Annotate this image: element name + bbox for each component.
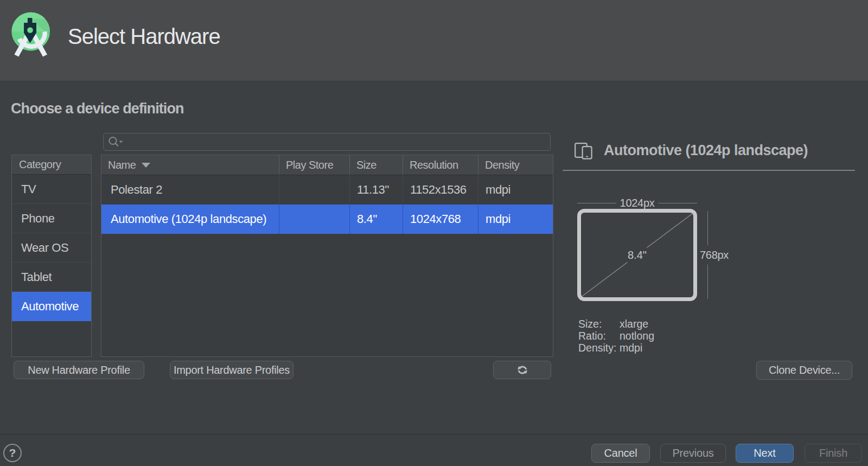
cell-size: 8.4" (350, 205, 403, 234)
cell-play-store (279, 175, 350, 205)
spec-value: xlarge (620, 318, 648, 330)
select-hardware-dialog: Select Hardware Choose a device definiti… (0, 0, 868, 466)
device-specs: Size: xlarge Ratio: notlong Density: mdp… (578, 318, 654, 354)
search-icon (108, 136, 124, 148)
cell-name: Polestar 2 (101, 175, 279, 205)
device-row-automotive-1024p[interactable]: Automotive (1024p landscape) 8.4" 1024x7… (101, 205, 553, 234)
category-item-tv[interactable]: TV (12, 175, 91, 204)
help-button[interactable]: ? (3, 444, 22, 462)
detail-divider (563, 170, 855, 171)
section-heading: Choose a device definition (11, 100, 184, 117)
dimension-line (577, 203, 616, 204)
spec-label: Density: (578, 342, 620, 354)
category-item-tablet[interactable]: Tablet (12, 263, 91, 292)
spec-value: mdpi (620, 342, 642, 354)
devices-icon (575, 143, 592, 159)
device-table-header: Name Play Store Size Resolution Density (101, 155, 553, 175)
detail-title: Automotive (1024p landscape) (604, 142, 808, 159)
width-dimension: 1024px (577, 199, 697, 208)
cell-name: Automotive (1024p landscape) (101, 205, 279, 234)
cell-density: mdpi (478, 205, 553, 234)
device-table: Name Play Store Size Resolution Density … (101, 155, 553, 357)
category-item-phone[interactable]: Phone (12, 204, 91, 233)
spec-label: Ratio: (578, 330, 620, 342)
new-hardware-profile-button[interactable]: New Hardware Profile (14, 361, 144, 379)
column-header-density[interactable]: Density (478, 155, 553, 175)
next-button[interactable]: Next (736, 444, 794, 463)
sort-descending-icon (142, 163, 150, 168)
column-header-resolution[interactable]: Resolution (403, 155, 478, 175)
refresh-button[interactable] (493, 361, 551, 379)
category-list: Category TV Phone Wear OS Tablet Automot… (11, 155, 92, 357)
spec-size: Size: xlarge (578, 318, 654, 330)
device-screen-diagram: 8.4" (577, 209, 697, 301)
clone-device-button[interactable]: Clone Device... (756, 361, 852, 380)
android-studio-logo-icon (11, 12, 50, 58)
search-input[interactable] (124, 133, 550, 150)
dialog-title: Select Hardware (68, 24, 220, 49)
spec-density: Density: mdpi (578, 342, 654, 354)
spec-value: notlong (620, 330, 654, 342)
category-item-wear-os[interactable]: Wear OS (12, 233, 91, 263)
device-search-field[interactable] (103, 133, 551, 151)
previous-button[interactable]: Previous (660, 444, 726, 463)
column-header-name[interactable]: Name (101, 155, 279, 175)
column-header-size[interactable]: Size (350, 155, 403, 175)
dimension-line (658, 203, 697, 204)
spec-label: Size: (578, 318, 620, 330)
cell-play-store (279, 205, 350, 234)
cell-density: mdpi (478, 175, 553, 205)
question-mark-icon: ? (9, 446, 16, 459)
height-dimension: 768px (698, 211, 732, 299)
cancel-button[interactable]: Cancel (591, 444, 650, 463)
cell-resolution: 1152x1536 (403, 175, 478, 205)
finish-button[interactable]: Finish (805, 444, 862, 463)
device-row-polestar-2[interactable]: Polestar 2 11.13" 1152x1536 mdpi (101, 175, 553, 205)
diagonal-label: 8.4" (624, 248, 650, 263)
cell-size: 11.13" (350, 175, 403, 205)
category-item-automotive[interactable]: Automotive (12, 292, 91, 321)
width-label: 1024px (620, 197, 655, 209)
cell-resolution: 1024x768 (403, 205, 478, 234)
category-header: Category (12, 155, 91, 175)
refresh-icon (517, 365, 528, 375)
column-header-play-store[interactable]: Play Store (279, 155, 350, 175)
spec-ratio: Ratio: notlong (578, 330, 654, 342)
import-hardware-profiles-button[interactable]: Import Hardware Profiles (170, 361, 293, 379)
dialog-header: Select Hardware (0, 0, 868, 81)
height-label: 768px (699, 246, 730, 265)
dialog-footer: ? Cancel Previous Next Finish (0, 434, 868, 466)
